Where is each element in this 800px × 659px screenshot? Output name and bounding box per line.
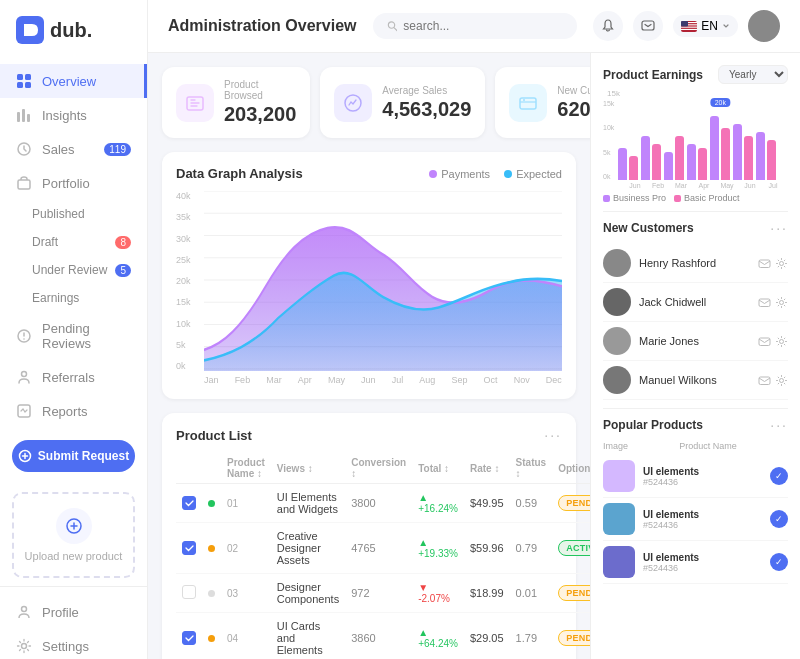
stat-value-product-browsed: 203,200 <box>224 103 296 126</box>
mail-icon[interactable] <box>758 335 771 348</box>
table-row: 01 UI Elements and Widgets 3800 ▲ +16.24… <box>176 484 590 523</box>
customer-actions[interactable] <box>758 335 788 348</box>
sidebar: dub. Overview Insights Sales <box>0 0 148 659</box>
sidebar-item-earnings[interactable]: Earnings <box>32 284 147 312</box>
customer-actions[interactable] <box>758 257 788 270</box>
bar-group <box>687 144 707 180</box>
col-rate: Rate ↕ <box>464 453 510 484</box>
svg-point-42 <box>780 300 784 304</box>
svg-point-46 <box>780 378 784 382</box>
row-status: ACTIVE <box>552 523 590 574</box>
chevron-down-icon <box>722 22 730 30</box>
gear-icon[interactable] <box>775 374 788 387</box>
chart-area: 40k35k 30k25k 20k15k 10k5k 0k <box>176 191 562 371</box>
sidebar-item-insights[interactable]: Insights <box>0 98 147 132</box>
user-avatar[interactable] <box>748 10 780 42</box>
area-chart-svg <box>204 191 562 371</box>
bar-basic <box>721 128 730 180</box>
product-table: Product Name ↕ Views ↕ Conversion ↕ Tota… <box>176 453 590 659</box>
insights-icon <box>16 107 32 123</box>
legend-basic-product: Basic Product <box>674 193 740 203</box>
stat-card-average-sales: Average Sales 4,563,029 <box>320 67 485 138</box>
gear-icon[interactable] <box>775 335 788 348</box>
new-customers-section: New Customers ··· Henry Rashford Jack Ch… <box>603 220 788 400</box>
bar-biz <box>710 116 719 180</box>
sidebar-item-sales[interactable]: Sales 119 <box>0 132 147 166</box>
sidebar-item-reports[interactable]: Reports <box>0 394 147 428</box>
settings-icon <box>16 638 32 654</box>
col-product-name: Product Name <box>679 441 737 451</box>
main-nav: Overview Insights Sales 119 Portfolio <box>0 64 147 428</box>
customers-header: New Customers ··· <box>603 220 788 236</box>
legend-expected: Expected <box>504 168 562 180</box>
language-selector[interactable]: EN <box>673 15 738 37</box>
sidebar-item-draft[interactable]: Draft 8 <box>32 228 147 256</box>
gear-icon[interactable] <box>775 296 788 309</box>
svg-point-29 <box>523 99 525 101</box>
notifications-button[interactable] <box>593 11 623 41</box>
product-info: UI elements #524436 <box>643 509 762 530</box>
sidebar-item-portfolio[interactable]: Portfolio <box>0 166 147 200</box>
mail-icon[interactable] <box>758 257 771 270</box>
svg-point-11 <box>23 338 25 340</box>
svg-point-12 <box>22 372 27 377</box>
row-checkbox[interactable] <box>176 484 202 523</box>
messages-button[interactable] <box>633 11 663 41</box>
popular-title: Popular Products <box>603 418 703 432</box>
earnings-label: Earnings <box>32 291 79 305</box>
sidebar-item-pending-reviews[interactable]: Pending Reviews <box>0 312 147 360</box>
submit-request-button[interactable]: Submit Request <box>12 440 135 472</box>
product-earnings-section: Product Earnings Yearly Monthly 15k 15k … <box>603 65 788 203</box>
search-bar[interactable] <box>373 13 578 39</box>
customer-actions[interactable] <box>758 374 788 387</box>
draft-label: Draft <box>32 235 58 249</box>
customers-more-btn[interactable]: ··· <box>770 220 788 236</box>
product-thumbnail <box>603 503 635 535</box>
sidebar-item-overview[interactable]: Overview <box>0 64 147 98</box>
svg-rect-28 <box>520 98 536 109</box>
bar-group <box>641 136 661 180</box>
basic-product-dot <box>674 195 681 202</box>
stat-value-average-sales: 4,563,029 <box>382 98 471 121</box>
stat-label-average-sales: Average Sales <box>382 85 471 96</box>
row-total: $59.96 <box>464 523 510 574</box>
content-main: Product Browsed 203,200 Average Sales 4,… <box>148 53 590 659</box>
sidebar-item-settings[interactable]: Settings <box>0 629 147 659</box>
divider-1 <box>603 211 788 212</box>
upload-area[interactable]: Upload new product <box>12 492 135 578</box>
search-input[interactable] <box>403 19 563 33</box>
sidebar-item-published[interactable]: Published <box>32 200 147 228</box>
gear-icon[interactable] <box>775 257 788 270</box>
row-dot <box>202 484 221 523</box>
mail-icon[interactable] <box>758 374 771 387</box>
profile-label: Profile <box>42 605 79 620</box>
period-select[interactable]: Yearly Monthly <box>718 65 788 84</box>
search-icon <box>387 20 398 32</box>
mail-icon[interactable] <box>758 296 771 309</box>
row-checkbox[interactable] <box>176 613 202 660</box>
customer-actions[interactable] <box>758 296 788 309</box>
sidebar-item-profile[interactable]: Profile <box>0 595 147 629</box>
sidebar-item-portfolio-label: Portfolio <box>42 176 90 191</box>
upload-label: Upload new product <box>25 550 123 562</box>
row-change: ▲ +16.24% <box>412 484 464 523</box>
bar-biz <box>756 132 765 180</box>
bar-biz <box>664 152 673 180</box>
bar-group <box>733 124 753 180</box>
row-change: ▼ -2.07% <box>412 574 464 613</box>
popular-more-btn[interactable]: ··· <box>770 417 788 433</box>
legend-biz-pro: Business Pro <box>603 193 666 203</box>
sidebar-item-insights-label: Insights <box>42 108 87 123</box>
upload-icon-wrap <box>56 508 92 544</box>
customer-name: Marie Jones <box>639 335 750 347</box>
row-checkbox[interactable] <box>176 574 202 613</box>
bar-group: 20k <box>710 116 730 180</box>
main-area: Administration Overview <box>148 0 800 659</box>
browse-icon <box>185 93 205 113</box>
row-checkbox[interactable] <box>176 523 202 574</box>
sidebar-item-referrals[interactable]: Referrals <box>0 360 147 394</box>
sidebar-item-under-review[interactable]: Under Review 5 <box>32 256 147 284</box>
product-list-more[interactable]: ··· <box>544 427 562 443</box>
svg-rect-23 <box>681 26 697 27</box>
sidebar-item-sales-label: Sales <box>42 142 75 157</box>
